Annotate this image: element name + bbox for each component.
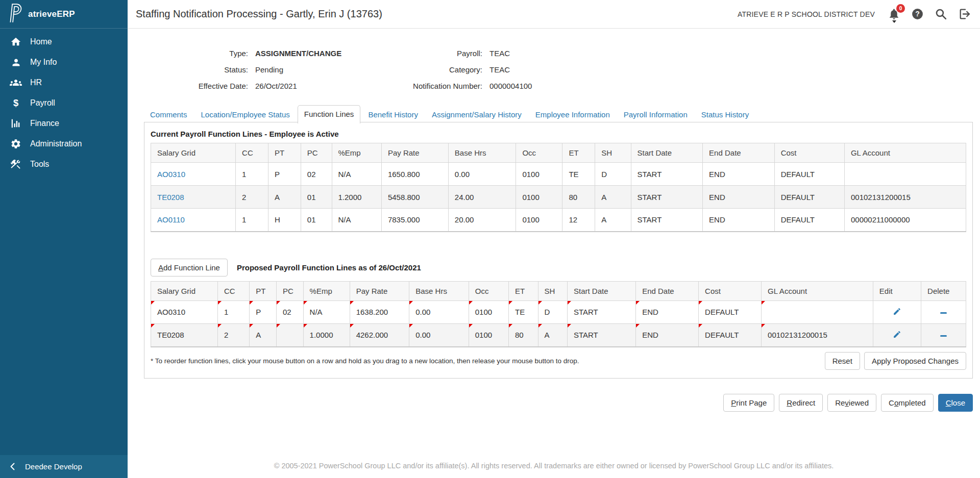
cell: 0100 bbox=[516, 209, 562, 232]
tab-benefit-history[interactable]: Benefit History bbox=[362, 106, 424, 123]
tab-status-history[interactable]: Status History bbox=[695, 106, 755, 123]
apply-proposed-changes-button[interactable]: Apply Proposed Changes bbox=[864, 352, 966, 370]
cell bbox=[276, 323, 303, 347]
cell: D bbox=[538, 300, 567, 323]
cell: START bbox=[568, 300, 636, 323]
cell: N/A bbox=[303, 300, 350, 323]
cell: 4262.000 bbox=[350, 323, 409, 347]
column-header-start-date: Start Date bbox=[568, 281, 636, 300]
cell: 01 bbox=[301, 186, 332, 209]
sidebar-item-hr[interactable]: HR bbox=[0, 72, 128, 93]
delete-icon[interactable] bbox=[940, 335, 947, 337]
copyright: © 2005-2021 PowerSchool Group LLC and/or… bbox=[128, 462, 980, 470]
add-function-line-button[interactable]: Add Function Line bbox=[151, 259, 228, 276]
sidebar-item-label: My Info bbox=[30, 58, 57, 67]
redirect-button[interactable]: Redirect bbox=[779, 394, 823, 412]
detail-value: TEAC bbox=[489, 65, 532, 74]
column-header-et: ET bbox=[509, 281, 538, 300]
sidebar-item-payroll[interactable]: $Payroll bbox=[0, 93, 128, 113]
cell: P bbox=[250, 300, 277, 323]
column-header-end-date: End Date bbox=[703, 143, 775, 163]
cell: A bbox=[268, 186, 301, 209]
close-button[interactable]: Close bbox=[938, 394, 973, 412]
environment-label: ATRIEVE E R P SCHOOL DISTRICT DEV bbox=[738, 10, 875, 18]
delete-icon[interactable] bbox=[940, 312, 947, 314]
cell: 5458.800 bbox=[381, 186, 448, 209]
notification-details-right: Payroll:TEACCategory:TEACNotification Nu… bbox=[362, 48, 532, 91]
cell bbox=[844, 163, 966, 186]
salary-grid-link[interactable]: AO0310 bbox=[157, 170, 185, 179]
tab-payroll-information[interactable]: Payroll Information bbox=[618, 106, 694, 123]
notification-details: Type:ASSIGNMENT/CHANGEStatus:PendingEffe… bbox=[128, 48, 980, 99]
sidebar-item-tools[interactable]: Tools bbox=[0, 154, 128, 174]
cell: A bbox=[595, 186, 631, 209]
cell: TE bbox=[562, 163, 595, 186]
cell: A bbox=[595, 209, 631, 232]
help-icon: ? bbox=[911, 8, 924, 20]
sidebar-item-label: Home bbox=[30, 37, 52, 46]
cell: 7835.000 bbox=[381, 209, 448, 232]
print-page-button[interactable]: Print Page bbox=[723, 394, 774, 412]
table-row: AO01101H01N/A7835.00020.00010012ASTARTEN… bbox=[151, 209, 966, 232]
cell: 80 bbox=[509, 323, 538, 347]
collapse-sidebar-icon bbox=[8, 462, 18, 471]
reset-button[interactable]: Reset bbox=[825, 352, 860, 370]
salary-grid-link[interactable]: TE0208 bbox=[157, 193, 184, 202]
salary-grid-link[interactable]: AO0110 bbox=[157, 215, 185, 224]
notifications-button[interactable]: 0 bbox=[888, 8, 900, 20]
dollar-icon: $ bbox=[9, 97, 22, 109]
cell: D bbox=[595, 163, 631, 186]
cell: P bbox=[268, 163, 301, 186]
delete-cell bbox=[921, 300, 966, 323]
tab-employee-information[interactable]: Employee Information bbox=[529, 106, 616, 123]
cell: 1 bbox=[236, 209, 268, 232]
cell: 00102131200015 bbox=[844, 186, 966, 209]
reviewed-button[interactable]: Reviewed bbox=[827, 394, 876, 412]
edit-icon[interactable] bbox=[893, 330, 901, 339]
cell: START bbox=[631, 163, 703, 186]
edit-cell bbox=[873, 300, 921, 323]
cell: 01 bbox=[301, 209, 332, 232]
logout-button[interactable] bbox=[958, 8, 971, 20]
sidebar-item-label: HR bbox=[30, 78, 42, 87]
search-button[interactable] bbox=[935, 8, 947, 20]
sidebar-item-finance[interactable]: Finance bbox=[0, 113, 128, 134]
completed-button[interactable]: Completed bbox=[881, 394, 934, 412]
page-title: Staffing Notification Processing - Gartl… bbox=[136, 8, 382, 20]
current-lines-title: Current Payroll Function Lines - Employe… bbox=[151, 130, 966, 138]
tab-function-lines[interactable]: Function Lines bbox=[298, 105, 361, 123]
cell: 0100 bbox=[516, 186, 562, 209]
column-header-sh: SH bbox=[538, 281, 567, 300]
table-row[interactable]: AO03101P02N/A1638.2000.000100TEDSTARTEND… bbox=[151, 300, 966, 323]
delete-cell bbox=[921, 323, 966, 347]
cell: 80 bbox=[562, 186, 595, 209]
sidebar-menu: HomeMy InfoHR$PayrollFinanceAdministrati… bbox=[0, 29, 128, 174]
column-header-cc: CC bbox=[217, 281, 249, 300]
tab-comments[interactable]: Comments bbox=[144, 106, 193, 123]
cell: START bbox=[568, 323, 636, 347]
main-content: Type:ASSIGNMENT/CHANGEStatus:PendingEffe… bbox=[128, 29, 980, 478]
cell: A bbox=[538, 323, 567, 347]
help-button[interactable]: ? bbox=[911, 8, 924, 20]
chart-icon bbox=[9, 118, 22, 129]
cell: DEFAULT bbox=[774, 186, 844, 209]
table-row[interactable]: TE02082A1.00004262.0000.00010080ASTARTEN… bbox=[151, 323, 966, 347]
cell: TE bbox=[509, 300, 538, 323]
cell bbox=[762, 300, 873, 323]
column-header-et: ET bbox=[562, 143, 595, 163]
cell: DEFAULT bbox=[774, 163, 844, 186]
column-header-occ: Occ bbox=[469, 281, 508, 300]
cell: END bbox=[636, 323, 699, 347]
gear-icon bbox=[9, 138, 22, 149]
sidebar-footer[interactable]: Deedee Develop bbox=[0, 455, 128, 478]
edit-icon[interactable] bbox=[893, 307, 901, 316]
table-row: TE02082A011.20005458.80024.00010080ASTAR… bbox=[151, 186, 966, 209]
tab-assignment-salary-history[interactable]: Assignment/Salary History bbox=[426, 106, 528, 123]
sidebar-item-my-info[interactable]: My Info bbox=[0, 52, 128, 72]
sidebar-item-administration[interactable]: Administration bbox=[0, 134, 128, 154]
cell: 0100 bbox=[469, 300, 508, 323]
column-header-pt: PT bbox=[250, 281, 277, 300]
reorder-note: * To reorder function lines, click your … bbox=[151, 357, 579, 365]
sidebar-item-home[interactable]: Home bbox=[0, 32, 128, 52]
tab-location-employee-status[interactable]: Location/Employee Status bbox=[195, 106, 296, 123]
